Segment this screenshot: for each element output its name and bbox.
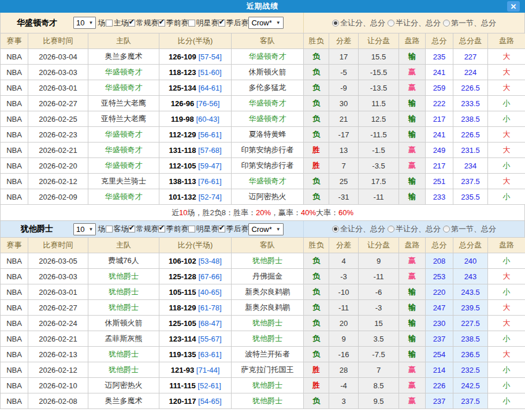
games-count-select[interactable]: 10▼ xyxy=(73,223,96,235)
cell-over-under: 大 xyxy=(488,300,525,316)
cell-home-team: 华盛顿奇才 xyxy=(88,127,159,142)
table-row: NBA2026-03-05费城76人106-102 [53-48]犹他爵士负49… xyxy=(1,253,525,269)
cell-league: NBA xyxy=(1,269,28,284)
mode-radio-第一节、总分[interactable]: 第一节、总分 xyxy=(443,18,496,28)
cell-total-line: 240 xyxy=(453,253,488,269)
cell-total-line: 235.5 xyxy=(453,189,488,205)
filter-checkbox-季后赛[interactable]: ✔季后赛 xyxy=(218,18,248,28)
half-score: [53-48] xyxy=(198,257,221,265)
checkbox-label: 季后赛 xyxy=(226,224,248,234)
cell-over-under: 大 xyxy=(488,174,525,189)
cell-league: NBA xyxy=(1,174,28,189)
mode-radio-半让分、总分[interactable]: 半让分、总分 xyxy=(388,224,441,234)
cell-handicap-line: -3.5 xyxy=(359,158,399,174)
bookmaker-select[interactable]: Crow*▼ xyxy=(248,223,283,235)
cell-total-line: 236.5 xyxy=(453,347,488,362)
cell-result: 负 xyxy=(304,316,329,331)
cell-result: 负 xyxy=(304,111,329,127)
cell-over-under: 小 xyxy=(488,253,525,269)
cell-total-line: 238.5 xyxy=(453,331,488,347)
cell-point-diff: -3 xyxy=(329,269,359,284)
cell-date: 2026-02-12 xyxy=(28,362,88,378)
cell-point-diff: 13 xyxy=(329,142,359,158)
results-table: 赛事比赛时间主队比分(半场)客队胜负分差让分盘盘路总分总分盘盘路NBA2026-… xyxy=(0,237,525,409)
cell-handicap-line: -11.5 xyxy=(359,127,399,142)
cell-total-line: 238.5 xyxy=(453,111,488,127)
cell-date: 2026-02-10 xyxy=(28,378,88,393)
cell-home-team: 孟菲斯灰熊 xyxy=(88,331,159,347)
cell-handicap-line: 9.5 xyxy=(359,393,399,409)
column-header-总分: 总分 xyxy=(426,238,453,253)
cell-over-under: 小 xyxy=(488,393,525,409)
cell-total-points: 259 xyxy=(426,80,453,96)
full-score: 125-134 xyxy=(169,84,196,92)
filter-bar: 华盛顿奇才10▼场✔主场✔常规赛✔季前赛✔明星赛✔季后赛Crow*▼全让分、总分… xyxy=(0,13,525,33)
mode-radio-全让分、总分[interactable]: 全让分、总分 xyxy=(332,18,385,28)
cell-point-diff: -11 xyxy=(329,300,359,316)
cell-home-team: 华盛顿奇才 xyxy=(88,80,159,96)
check-mark-icon: ✔ xyxy=(218,223,225,232)
mode-radio-全让分、总分[interactable]: 全让分、总分 xyxy=(332,224,385,234)
cell-total-points: 233 xyxy=(426,189,453,205)
cell-total-line: 224 xyxy=(453,65,488,80)
cell-home-team: 华盛顿奇才 xyxy=(88,189,159,205)
cell-home-team: 华盛顿奇才 xyxy=(88,142,159,158)
filter-checkbox-主场[interactable]: ✔主场 xyxy=(106,18,128,28)
half-score: [52-74] xyxy=(198,193,221,201)
column-header-比赛时间: 比赛时间 xyxy=(28,33,88,49)
cell-away-team: 华盛顿奇才 xyxy=(232,111,304,127)
cell-total-line: 227.5 xyxy=(453,316,488,331)
cell-away-team: 犹他爵士 xyxy=(232,378,304,393)
cell-date: 2026-03-03 xyxy=(28,65,88,80)
table-row: NBA2026-03-03犹他爵士125-128 [67-66]丹佛掘金负-3-… xyxy=(1,269,525,284)
filter-checkbox-季前赛[interactable]: ✔季前赛 xyxy=(158,224,188,234)
cell-over-under: 大 xyxy=(488,65,525,80)
table-row: NBA2026-02-20华盛顿奇才112-105 [59-47]印第安纳步行者… xyxy=(1,158,525,174)
cell-point-diff: 30 xyxy=(329,96,359,111)
cell-total-line: 239.5 xyxy=(453,300,488,316)
team-name: 华盛顿奇才 xyxy=(1,18,73,28)
full-score: 118-123 xyxy=(169,68,196,77)
cell-date: 2026-02-23 xyxy=(28,127,88,142)
close-button[interactable]: ✕ xyxy=(507,1,520,12)
full-score: 112-105 xyxy=(169,162,196,170)
cell-total-points: 217 xyxy=(426,111,453,127)
cell-total-line: 243 xyxy=(453,269,488,284)
filter-checkbox-明星赛[interactable]: ✔明星赛 xyxy=(188,18,218,28)
mode-radio-半让分、总分[interactable]: 半让分、总分 xyxy=(388,18,441,28)
cell-total-points: 237 xyxy=(426,393,453,409)
cell-over-under: 小 xyxy=(488,362,525,378)
summary-segment: 大率： xyxy=(316,208,338,218)
cell-score: 118-129 [61-78] xyxy=(159,300,232,316)
checkbox-label: 季前赛 xyxy=(166,18,188,28)
filter-checkbox-客场[interactable]: ✔客场 xyxy=(106,224,128,234)
cell-total-line: 226.5 xyxy=(453,127,488,142)
cell-total-points: 208 xyxy=(426,253,453,269)
cell-away-team: 犹他爵士 xyxy=(232,331,304,347)
checkbox-icon: ✔ xyxy=(106,20,113,27)
mode-radio-第一节、总分[interactable]: 第一节、总分 xyxy=(443,224,496,234)
cell-away-team: 华盛顿奇才 xyxy=(232,174,304,189)
cell-score: 118-123 [51-60] xyxy=(159,65,232,80)
filter-checkbox-季后赛[interactable]: ✔季后赛 xyxy=(218,224,248,234)
half-score: [68-47] xyxy=(198,319,221,328)
radio-icon xyxy=(388,226,394,232)
filter-checkbox-常规赛[interactable]: ✔常规赛 xyxy=(128,224,158,234)
cell-handicap-result: 赢 xyxy=(399,142,426,158)
filter-checkbox-常规赛[interactable]: ✔常规赛 xyxy=(128,18,158,28)
cell-date: 2026-02-27 xyxy=(28,96,88,111)
bookmaker-select[interactable]: Crow*▼ xyxy=(248,17,283,29)
cell-over-under: 小 xyxy=(488,284,525,300)
full-score: 121-93 xyxy=(171,366,194,374)
filter-checkbox-明星赛[interactable]: ✔明星赛 xyxy=(188,224,218,234)
cell-over-under: 大 xyxy=(488,316,525,331)
checkbox-label: 明星赛 xyxy=(196,18,218,28)
half-score: [76-61] xyxy=(198,177,221,186)
filter-checkbox-季前赛[interactable]: ✔季前赛 xyxy=(158,18,188,28)
games-count-select[interactable]: 10▼ xyxy=(73,17,96,29)
cell-handicap-result: 输 xyxy=(399,284,426,300)
full-score: 126-109 xyxy=(169,52,196,61)
cell-league: NBA xyxy=(1,111,28,127)
header-row: 赛事比赛时间主队比分(半场)客队胜负分差让分盘盘路总分总分盘盘路 xyxy=(1,238,525,253)
dropdown-arrow-icon: ▼ xyxy=(88,20,93,25)
